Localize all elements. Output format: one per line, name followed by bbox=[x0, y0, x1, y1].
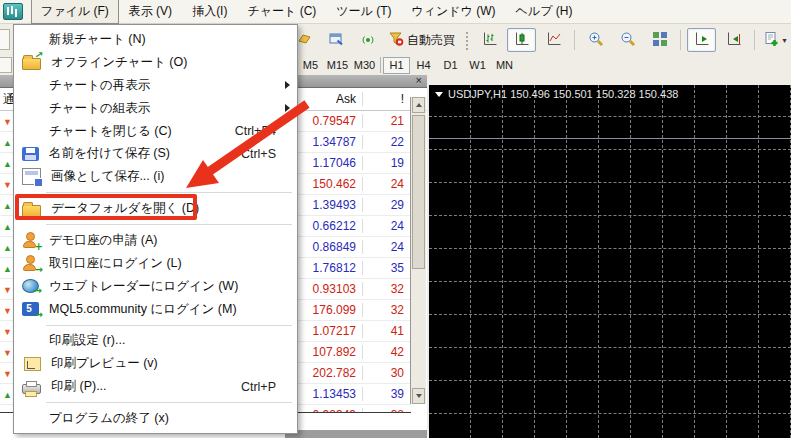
timeframe-button-h4[interactable]: H4 bbox=[410, 57, 437, 74]
chevron-down-icon[interactable] bbox=[435, 92, 443, 97]
auto-scroll-button[interactable] bbox=[687, 28, 716, 52]
menu-item[interactable]: チャートの組表示 bbox=[15, 97, 296, 120]
person-go-icon: → bbox=[22, 256, 39, 271]
zoom-out-button[interactable] bbox=[613, 28, 642, 52]
timeframe-button-h1[interactable]: H1 bbox=[383, 57, 410, 74]
globe-go-icon: → bbox=[22, 279, 39, 293]
menubar-item[interactable]: 表示 (V) bbox=[119, 0, 182, 24]
submenu-arrow-icon bbox=[285, 81, 290, 89]
grid-line bbox=[429, 182, 791, 183]
menu-item[interactable]: →取引口座にログイン (L) bbox=[15, 252, 296, 275]
menu-item-label: 印刷 (P)... bbox=[51, 378, 107, 395]
zoom-out-icon bbox=[620, 31, 636, 50]
spread-value: 39 bbox=[363, 387, 407, 401]
metaeditor-button[interactable] bbox=[321, 28, 350, 52]
submenu-arrow-icon bbox=[285, 104, 290, 112]
menu-item[interactable]: プログラムの終了 (x) bbox=[15, 407, 296, 430]
menu-item[interactable]: +デモ口座の申請 (A) bbox=[15, 229, 296, 252]
menu-item[interactable]: 画像として保存... (i) bbox=[15, 165, 296, 188]
menubar-item[interactable]: ヘルプ (H) bbox=[506, 0, 583, 24]
autotrading-button[interactable]: 自動売買 bbox=[385, 28, 458, 52]
menu-item[interactable]: チャートの再表示 bbox=[15, 74, 296, 97]
menubar-item[interactable]: ウィンドウ (W) bbox=[402, 0, 506, 24]
menu-item-label: 新規チャート (N) bbox=[49, 31, 146, 48]
menubar-item[interactable]: ファイル (F) bbox=[31, 0, 119, 24]
scroll-down-button[interactable] bbox=[412, 388, 425, 404]
tick-direction-icon: ▲ bbox=[3, 222, 12, 232]
ask-value: 0.92349 bbox=[298, 408, 363, 413]
menu-icon-spacer bbox=[22, 124, 39, 139]
grid-line bbox=[429, 347, 791, 348]
spread-value: 21 bbox=[363, 114, 407, 128]
menubar-item[interactable]: 挿入(I) bbox=[182, 0, 237, 24]
ask-column-header[interactable]: Ask bbox=[298, 92, 363, 106]
scrollbar[interactable] bbox=[410, 97, 426, 404]
spread-value: 24 bbox=[363, 240, 407, 254]
menu-item[interactable]: 名前を付けて保存 (S)Ctrl+S bbox=[15, 142, 296, 165]
menu-item-label: プログラムの終了 (x) bbox=[49, 410, 169, 427]
grid-line bbox=[429, 380, 791, 381]
zoom-in-button[interactable] bbox=[581, 28, 610, 52]
signals-button[interactable] bbox=[353, 28, 382, 52]
menu-item[interactable]: チャートを閉じる (C)Ctrl+F4 bbox=[15, 120, 296, 143]
spread-value: 24 bbox=[363, 219, 407, 233]
menu-item-shortcut: Ctrl+P bbox=[241, 380, 290, 394]
chart-title-text: USDJPY,H1 150.496 150.501 150.328 150.43… bbox=[448, 88, 678, 100]
chart-shift-button[interactable] bbox=[719, 28, 748, 52]
bar-chart-button[interactable] bbox=[475, 28, 504, 52]
spread-value: 38 bbox=[363, 408, 407, 413]
spread-column-header[interactable]: ! bbox=[363, 92, 407, 106]
ask-value: 1.39493 bbox=[298, 198, 363, 212]
timeframe-button-w1[interactable]: W1 bbox=[464, 57, 491, 74]
tile-windows-icon bbox=[652, 31, 668, 50]
down-arrow-icon bbox=[416, 394, 422, 398]
person-plus-icon: + bbox=[22, 233, 39, 248]
menu-item[interactable]: 新規チャート (N) bbox=[15, 28, 296, 51]
tick-direction-icon: ▼ bbox=[3, 117, 12, 127]
menu-item[interactable]: →ウエブトレーダーにログイン (W) bbox=[15, 275, 296, 298]
ask-value: 1.07217 bbox=[298, 324, 363, 338]
timeframe-button-m30[interactable]: M30 bbox=[351, 57, 378, 74]
menu-item[interactable]: 印刷 (P)...Ctrl+P bbox=[15, 375, 296, 398]
menu-separator bbox=[15, 220, 296, 229]
zoom-in-icon bbox=[588, 31, 604, 50]
scroll-up-button[interactable] bbox=[412, 97, 425, 113]
toolbar-grip[interactable] bbox=[464, 30, 469, 50]
chart-title: USDJPY,H1 150.496 150.501 150.328 150.43… bbox=[435, 88, 678, 100]
menu-icon-spacer bbox=[22, 101, 39, 116]
bar-chart-icon bbox=[482, 31, 498, 50]
menu-bar: ファイル (F)表示 (V)挿入(I)チャート (C)ツール (T)ウィンドウ … bbox=[0, 0, 791, 24]
scrollbar-thumb[interactable] bbox=[412, 115, 425, 269]
new-chart-dropdown-button[interactable]: ▾ bbox=[761, 28, 790, 52]
timeframe-button-mn[interactable]: MN bbox=[491, 57, 518, 74]
auto-scroll-icon bbox=[694, 31, 710, 50]
menu-item-label: 取引口座にログイン (L) bbox=[49, 255, 182, 272]
candlestick-button[interactable] bbox=[507, 28, 536, 52]
timeframe-button-m15[interactable]: M15 bbox=[324, 57, 351, 74]
chart-plus-icon bbox=[22, 32, 39, 47]
menu-item[interactable]: →MQL5.community にログイン (M) bbox=[15, 298, 296, 321]
spread-value: 32 bbox=[363, 282, 407, 296]
spread-value: 19 bbox=[363, 156, 407, 170]
chevron-down-icon[interactable]: ▾ bbox=[782, 36, 786, 45]
menu-item-label: 名前を付けて保存 (S) bbox=[49, 145, 170, 162]
menu-item-shortcut: Ctrl+S bbox=[241, 147, 290, 161]
menubar-item[interactable]: チャート (C) bbox=[237, 0, 326, 24]
menubar-item[interactable]: ツール (T) bbox=[326, 0, 401, 24]
chart-window[interactable]: USDJPY,H1 150.496 150.501 150.328 150.43… bbox=[427, 85, 791, 438]
timeframe-button-m5[interactable]: M5 bbox=[297, 57, 324, 74]
menu-item[interactable]: オフラインチャート (O) bbox=[15, 51, 296, 74]
timeframe-button-d1[interactable]: D1 bbox=[437, 57, 464, 74]
line-chart-button[interactable] bbox=[539, 28, 568, 52]
toolbar-separator bbox=[380, 57, 381, 73]
close-icon[interactable]: × bbox=[416, 74, 422, 87]
menu-icon-spacer bbox=[22, 333, 39, 348]
menu-item[interactable]: 印刷設定 (r)... bbox=[15, 330, 296, 353]
ask-value: 202.782 bbox=[298, 366, 363, 380]
spread-value: 35 bbox=[363, 261, 407, 275]
ask-value: 150.462 bbox=[298, 177, 363, 191]
horizontal-scrollbar[interactable] bbox=[285, 430, 430, 438]
menu-item[interactable]: 印刷プレビュー (v) bbox=[15, 352, 296, 375]
ask-value: 107.892 bbox=[298, 345, 363, 359]
tile-windows-button[interactable] bbox=[645, 28, 674, 52]
